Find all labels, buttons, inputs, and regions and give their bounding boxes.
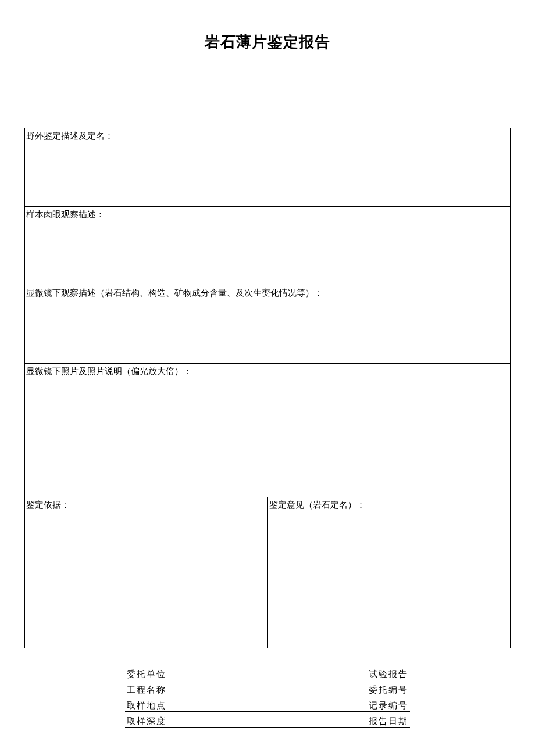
footer-left-2: 工程名称 [127, 685, 166, 696]
sample-description-label: 样本肉眼观察描述： [26, 210, 105, 219]
photo-description-label: 显微镜下照片及照片说明（偏光放大倍）： [26, 367, 192, 376]
main-form-table: 野外鉴定描述及定名： 样本肉眼观察描述： 显微镜下观察描述（岩石结构、构造、矿物… [24, 128, 511, 648]
microscope-description-label: 显微镜下观察描述（岩石结构、构造、矿物成分含量、及次生变化情况等）： [26, 288, 323, 298]
footer-row-3: 取样地点 记录编号 [125, 696, 410, 712]
footer-row-2: 工程名称 委托编号 [125, 680, 410, 696]
footer-right-4: 报告日期 [369, 716, 408, 727]
footer-right-1: 试验报告 [369, 669, 408, 680]
field-description-label: 野外鉴定描述及定名： [26, 131, 113, 141]
footer-left-3: 取样地点 [127, 700, 166, 711]
footer-block: 委托单位 试验报告 工程名称 委托编号 取样地点 记录编号 取样深度 报告日期 [125, 665, 410, 728]
report-title: 岩石薄片鉴定报告 [0, 0, 535, 52]
opinion-cell: 鉴定意见（岩石定名）： [268, 497, 511, 648]
basis-label: 鉴定依据： [26, 500, 70, 510]
footer-right-2: 委托编号 [369, 685, 408, 696]
footer-row-1: 委托单位 试验报告 [125, 665, 410, 680]
microscope-description-cell: 显微镜下观察描述（岩石结构、构造、矿物成分含量、及次生变化情况等）： [25, 285, 511, 364]
basis-cell: 鉴定依据： [25, 497, 268, 648]
footer-row-4: 取样深度 报告日期 [125, 712, 410, 728]
photo-description-cell: 显微镜下照片及照片说明（偏光放大倍）： [25, 364, 511, 497]
footer-left-1: 委托单位 [127, 669, 166, 680]
footer-left-4: 取样深度 [127, 716, 166, 727]
footer-right-3: 记录编号 [369, 700, 408, 711]
sample-description-cell: 样本肉眼观察描述： [25, 207, 511, 285]
field-description-cell: 野外鉴定描述及定名： [25, 128, 511, 207]
opinion-label: 鉴定意见（岩石定名）： [269, 500, 365, 510]
